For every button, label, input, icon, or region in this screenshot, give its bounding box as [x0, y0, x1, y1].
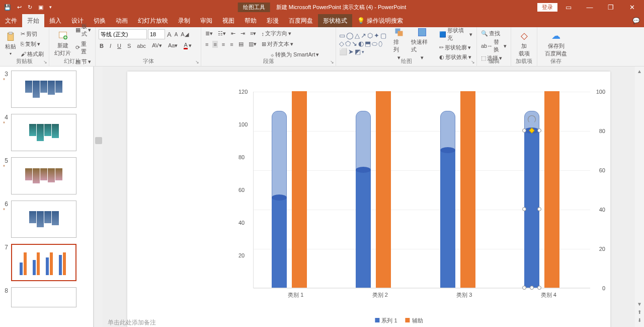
draw-launcher[interactable]: ↘ — [471, 59, 475, 64]
minimize-button[interactable]: — — [580, 4, 600, 11]
new-slide-button[interactable]: 新建 幻灯片 — [52, 31, 73, 57]
close-button[interactable]: ✕ — [622, 4, 642, 11]
shape-fill[interactable]: 🟦 形状填充 ▾ — [438, 26, 473, 42]
layout-button[interactable]: ▦ 版式 ▾ — [74, 22, 92, 38]
addins-button[interactable]: ◇加 载项 — [514, 29, 534, 58]
bullets-button[interactable]: ≣▾ — [204, 30, 214, 37]
shrink-font[interactable]: A — [174, 31, 179, 38]
tab-help[interactable]: 帮助 — [239, 14, 262, 27]
group-font: 字体 — [96, 57, 201, 65]
thumb-scrollbar[interactable] — [94, 67, 103, 327]
tab-home[interactable]: 开始 — [22, 14, 44, 27]
para-launcher[interactable]: ↘ — [330, 59, 334, 64]
copy-button[interactable]: ⎘ 复制 ▾ — [20, 40, 45, 48]
underline-button[interactable]: U — [116, 42, 122, 49]
find-button[interactable]: 🔍 查找 — [480, 29, 508, 38]
svg-rect-10 — [37, 252, 40, 275]
tab-baidu[interactable]: 百度网盘 — [284, 14, 318, 27]
save-baidu-button[interactable]: ☁保存到 百度网盘 — [540, 29, 572, 58]
qat-more-icon[interactable]: ▾ — [49, 5, 52, 10]
svg-rect-5 — [397, 31, 403, 36]
doc-title: 新建 Microsoft PowerPoint 演示文稿 (4) - Power… — [276, 4, 407, 11]
bold-button[interactable]: B — [99, 42, 105, 49]
align-text[interactable]: ⊞ 对齐文本 ▾ — [261, 40, 294, 48]
replace-button[interactable]: ab↔ 替换 ▾ — [480, 38, 508, 54]
chart[interactable]: 02040608010020406080100120类别 1类别 2类别 3类别… — [203, 77, 595, 327]
justify[interactable]: ≡ — [229, 41, 234, 48]
redo-icon[interactable]: ↻ — [28, 4, 32, 11]
notes-area[interactable]: 单击此处添加备注 — [108, 318, 156, 327]
thumb-6[interactable] — [11, 201, 76, 238]
shadow-button[interactable]: abc — [136, 42, 147, 49]
format-painter-button[interactable]: 🖌 格式刷 — [20, 50, 45, 58]
vertical-scrollbar[interactable]: ▲ ▼ ⬆ ⬇ — [635, 67, 644, 327]
group-slides: 幻灯片 — [49, 57, 95, 65]
align-center[interactable]: ≡ — [212, 41, 217, 48]
line-spacing[interactable]: ≡▾ — [249, 30, 257, 37]
indent-right[interactable]: ⇥ — [239, 30, 246, 37]
svg-rect-12 — [50, 252, 53, 275]
ribbon-display-icon[interactable]: ▭ — [558, 4, 579, 11]
maximize-button[interactable]: ❐ — [601, 4, 621, 11]
thumb-5[interactable] — [11, 157, 76, 194]
group-addin: 加载项 — [511, 57, 537, 65]
cut-button[interactable]: ✂ 剪切 — [20, 30, 45, 38]
tab-review[interactable]: 审阅 — [195, 14, 217, 27]
thumb-4[interactable] — [11, 114, 76, 151]
ribbon-tabs: 文件 开始 插入 设计 切换 动画 幻灯片放映 录制 审阅 视图 帮助 彩漫 百… — [0, 14, 644, 27]
arrange-button[interactable]: 排列▾ — [391, 27, 407, 61]
selected-shape — [524, 130, 539, 288]
numbering-button[interactable]: ☷▾ — [217, 30, 227, 37]
quick-styles-button[interactable]: 快速样式▾ — [409, 27, 435, 61]
start-show-icon[interactable]: ▣ — [38, 4, 43, 11]
align-left[interactable]: ≡ — [204, 41, 209, 48]
svg-rect-11 — [46, 257, 49, 275]
login-button[interactable]: 登录 — [537, 3, 557, 12]
font-launcher[interactable]: ↘ — [195, 59, 199, 64]
tell-me[interactable]: 💡 操作说明搜索 — [352, 14, 408, 27]
align-right[interactable]: ≡ — [221, 41, 226, 48]
tab-record[interactable]: 录制 — [173, 14, 195, 27]
font-name-combo[interactable] — [99, 29, 147, 39]
tab-slideshow[interactable]: 幻灯片放映 — [133, 14, 173, 27]
grow-font[interactable]: A — [166, 30, 173, 39]
paste-button[interactable]: 粘贴 ▾ — [3, 32, 18, 56]
tab-animation[interactable]: 动画 — [111, 14, 133, 27]
svg-rect-13 — [59, 255, 62, 275]
indent-left[interactable]: ⇤ — [230, 30, 236, 37]
svg-rect-9 — [33, 260, 36, 275]
thumb-8[interactable] — [11, 287, 76, 307]
tab-caiman[interactable]: 彩漫 — [262, 14, 284, 27]
thumb-3[interactable] — [11, 71, 76, 108]
slide-thumbnails: 3* 4* 5* 6* 7 8 — [0, 67, 94, 327]
reset-button[interactable]: ⟳ 重置 — [74, 40, 92, 56]
contextual-tab-label: 绘图工具 — [238, 3, 270, 12]
spacing-button[interactable]: AV▾ — [151, 42, 163, 49]
font-color-button[interactable]: A▾ — [183, 41, 192, 50]
chart-legend: 系列 1 辅助 — [375, 317, 423, 324]
font-size-combo[interactable] — [148, 29, 165, 39]
distribute[interactable]: ▤ — [237, 40, 245, 48]
group-paragraph: 段落 — [201, 57, 336, 65]
shapes-gallery[interactable]: ▭◯△↗⬡✦ ▢◇⬠↘◐⬒ ⬭⬯⬜➤◩▾ — [339, 32, 388, 55]
case-button[interactable]: Aa▾ — [167, 42, 179, 49]
svg-rect-1 — [9, 32, 13, 34]
tab-insert[interactable]: 插入 — [44, 14, 66, 27]
tab-view[interactable]: 视图 — [217, 14, 239, 27]
clipboard-launcher[interactable]: ↘ — [43, 59, 47, 64]
strike-button[interactable]: S — [126, 42, 132, 49]
slide-editor[interactable]: 02040608010020406080100120类别 1类别 2类别 3类别… — [103, 67, 635, 327]
share-icon[interactable]: 💬 — [632, 17, 640, 24]
svg-rect-7 — [20, 263, 23, 275]
tab-file[interactable]: 文件 — [0, 14, 22, 27]
italic-button[interactable]: I — [109, 42, 112, 49]
save-icon[interactable]: 💾 — [4, 4, 11, 11]
tab-shape-format[interactable]: 形状格式 — [318, 14, 352, 27]
undo-icon[interactable]: ↩ — [17, 4, 22, 11]
text-direction[interactable]: ↕ 文字方向 ▾ — [260, 29, 292, 38]
clear-format[interactable]: A◢ — [180, 31, 189, 38]
ribbon: 粘贴 ▾ ✂ 剪切 ⎘ 复制 ▾ 🖌 格式刷 剪贴板 ↘ 新建 幻灯片 ▦ 版式… — [0, 27, 644, 67]
thumb-7[interactable] — [11, 244, 76, 281]
columns[interactable]: ▥▾ — [248, 40, 258, 48]
shape-outline[interactable]: ✏ 形状轮廓 ▾ — [438, 43, 473, 52]
